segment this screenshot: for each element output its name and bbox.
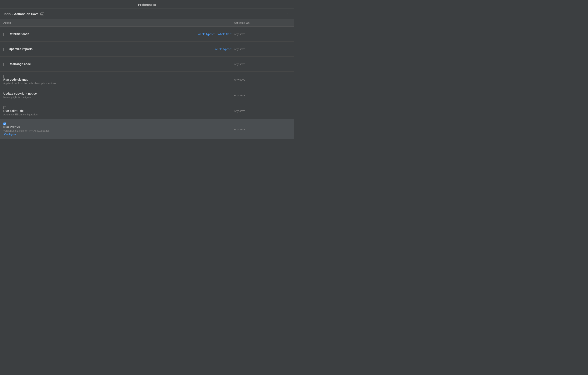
action-content: Rearrange code — [9, 62, 232, 66]
action-subtitle: Automatic ESLint configuration — [3, 113, 37, 116]
col-action-header: Action — [3, 21, 232, 24]
file-types-dropdown-reformat[interactable]: All file types ▾ — [197, 32, 216, 36]
action-subtitle: Version 2.3.1. Run for: {**/*,*}.{js,ts,… — [3, 129, 50, 132]
action-content: Run Prettier Version 2.3.1. Run for: {**… — [3, 125, 50, 132]
chevron-down-icon: ▾ — [230, 33, 231, 35]
row-left-inner: Run code cleanup Applies fixes from the … — [3, 75, 56, 85]
row-left-inner: Optimize imports All file types ▾ — [3, 47, 232, 51]
activated-cell: Any save — [232, 47, 291, 51]
back-button[interactable] — [277, 11, 282, 16]
configure-label: Configure... — [4, 133, 18, 136]
table-row: Reformat code All file types ▾ Whole fil… — [0, 27, 294, 42]
breadcrumb-bar: Tools › Actions on Save — [0, 9, 294, 19]
checkbox-optimize-imports[interactable] — [3, 48, 6, 51]
breadcrumb-current: Actions on Save — [14, 12, 39, 16]
row-left-inner: Rearrange code — [3, 62, 232, 66]
action-title: Update copyright notice — [3, 92, 37, 95]
action-content: Run code cleanup Applies fixes from the … — [3, 78, 56, 85]
activated-cell: Any save — [232, 78, 291, 81]
row-left-inner: Reformat code All file types ▾ Whole fil… — [3, 32, 232, 36]
checkbox-run-prettier[interactable] — [3, 122, 6, 125]
action-content: Update copyright notice No copyright is … — [3, 92, 37, 99]
action-content: Run eslint --fix Automatic ESLint config… — [3, 109, 37, 116]
row-left: Optimize imports All file types ▾ — [3, 47, 232, 51]
row-left-inner: Update copyright notice No copyright is … — [3, 92, 37, 99]
row-left: Update copyright notice No copyright is … — [3, 92, 232, 99]
action-title: Run Prettier — [3, 125, 50, 129]
table-header: Action Activated On — [0, 19, 294, 27]
activated-cell: Any save — [232, 32, 291, 36]
checkbox-run-eslint[interactable] — [3, 106, 6, 109]
action-content: Reformat code — [9, 32, 195, 36]
checkbox-run-code-cleanup[interactable] — [3, 75, 6, 78]
row-controls: Configure... — [3, 132, 50, 136]
scope-dropdown-reformat[interactable]: Whole file ▾ — [217, 32, 232, 36]
table-row: Rearrange code Any save — [0, 57, 294, 72]
activated-cell: Any save — [232, 109, 291, 112]
row-controls: All file types ▾ Whole file ▾ — [197, 32, 232, 36]
row-left: Run Prettier Version 2.3.1. Run for: {**… — [3, 122, 232, 136]
action-title: Optimize imports — [9, 47, 212, 51]
action-title: Rearrange code — [9, 62, 232, 66]
action-title: Run eslint --fix — [3, 109, 37, 112]
table-row: Run eslint --fix Automatic ESLint config… — [0, 103, 294, 119]
action-title: Run code cleanup — [3, 78, 56, 81]
table-container: Action Activated On Reformat code All fi… — [0, 19, 294, 139]
row-left: Reformat code All file types ▾ Whole fil… — [3, 32, 232, 36]
chevron-down-icon: ▾ — [213, 33, 215, 35]
activated-cell: Any save — [232, 128, 291, 131]
breadcrumb: Tools › Actions on Save — [3, 12, 44, 16]
table-row: Run Prettier Version 2.3.1. Run for: {**… — [0, 119, 294, 139]
action-subtitle: No copyright is configured — [3, 96, 37, 99]
title-bar: Preferences — [0, 0, 294, 9]
row-left-inner: Run Prettier Version 2.3.1. Run for: {**… — [3, 122, 50, 136]
breadcrumb-separator: › — [12, 12, 13, 16]
checkbox-rearrange-code[interactable] — [3, 63, 6, 66]
nav-buttons — [277, 11, 290, 16]
col-activated-header: Activated On — [232, 21, 291, 24]
activated-cell: Any save — [232, 63, 291, 66]
menu-icon — [40, 12, 44, 15]
configure-prettier-button[interactable]: Configure... — [3, 132, 19, 136]
row-left: Run code cleanup Applies fixes from the … — [3, 75, 232, 85]
activated-cell: Any save — [232, 94, 291, 97]
action-title: Reformat code — [9, 32, 195, 36]
breadcrumb-parent[interactable]: Tools — [3, 12, 10, 16]
table-row: Update copyright notice No copyright is … — [0, 88, 294, 103]
row-left-inner: Run eslint --fix Automatic ESLint config… — [3, 106, 37, 116]
table-row: Run code cleanup Applies fixes from the … — [0, 72, 294, 88]
row-left: Rearrange code — [3, 62, 232, 66]
file-types-label: All file types — [198, 32, 213, 36]
file-types-label: All file types — [215, 47, 230, 51]
row-controls: All file types ▾ — [214, 47, 232, 51]
table-row: Optimize imports All file types ▾ Any sa… — [0, 42, 294, 57]
action-content: Optimize imports — [9, 47, 212, 51]
checkbox-reformat-code[interactable] — [3, 33, 6, 36]
window-title: Preferences — [138, 3, 156, 6]
chevron-down-icon: ▾ — [230, 48, 231, 50]
action-subtitle: Applies fixes from the code cleanup insp… — [3, 82, 56, 85]
forward-button[interactable] — [284, 11, 290, 16]
row-left: Run eslint --fix Automatic ESLint config… — [3, 106, 232, 116]
file-types-dropdown-optimize[interactable]: All file types ▾ — [214, 47, 232, 51]
scope-label: Whole file — [218, 32, 230, 36]
